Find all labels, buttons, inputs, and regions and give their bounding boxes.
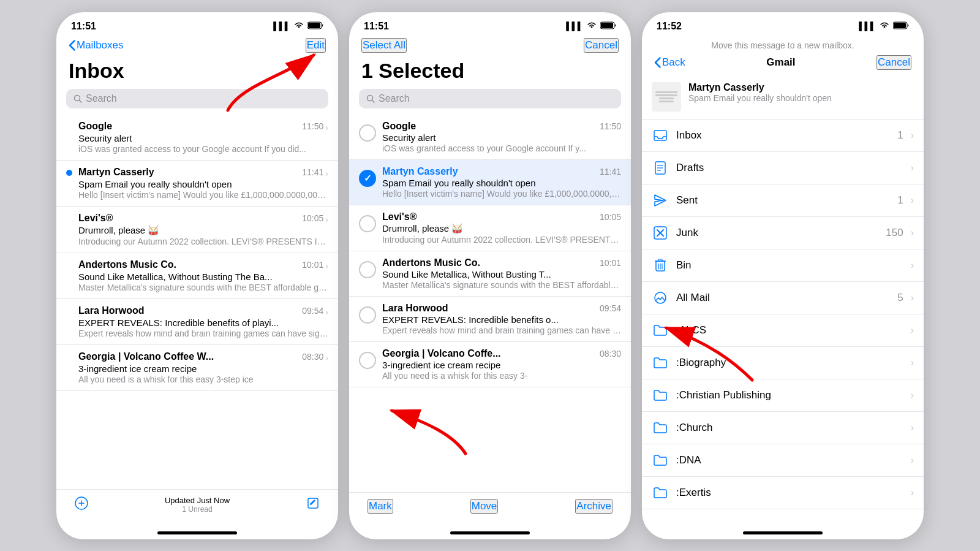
email-content-p2-1: Martyn Casserly 11:41 Spam Email you rea… [382,166,621,199]
preview-card-content: Martyn Casserly Spam Email you really sh… [688,82,832,103]
mailbox-church[interactable]: :Church › [642,412,924,444]
email-content-4: Lara Horwood 09:54 › EXPERT REVEALS: Inc… [78,305,328,338]
email-sender-p2-4: Lara Horwood [382,303,448,314]
mailbox-chevron-biography: › [911,357,914,368]
mailbox-bin[interactable]: Bin › [642,249,924,282]
email-item-p2-5[interactable]: Georgia | Volcano Coffe... 08:30 3-ingre… [349,342,631,387]
unread-dot-1 [66,170,72,176]
top-message: Move this message to a new mailbox. [642,36,924,53]
mailbox-name-church: :Church [676,422,896,434]
search-bar-2[interactable]: Search [359,89,621,108]
status-icons-1: ▌▌▌ [273,21,323,31]
thumb-line-4 [659,101,674,102]
email-thumbnail [652,82,681,112]
select-circle-2[interactable] [359,215,376,232]
email-item-p2-2[interactable]: Levi's® 10:05 Drumroll, please 🥁 Introdu… [349,205,631,251]
mailbox-name-sent: Sent [676,194,890,207]
email-sender-p2-5: Georgia | Volcano Coffe... [382,348,501,359]
email-content-2: Levi's® 10:05 › Drumroll, please 🥁 Intro… [78,213,328,246]
email-preview-p2-4: Expert reveals how mind and brain traini… [382,325,621,335]
email-subject-2: Drumroll, please 🥁 [78,225,328,236]
wifi-icon-3 [880,21,889,31]
phone2-wrapper: 11:51 ▌▌▌ Select All Cancel 1 Selected S… [349,12,631,539]
wifi-icon-2 [587,21,597,31]
mailbox-dna[interactable]: :DNA › [642,444,924,477]
mailbox-drafts[interactable]: Drafts › [642,152,924,184]
email-subject-p2-5: 3-ingredient ice cream recipe [382,360,621,370]
select-circle-0[interactable] [359,124,376,142]
mailbox-count-junk: 150 [886,227,903,239]
email-item-5[interactable]: Georgia | Volcano Coffee W... 08:30 › 3-… [56,345,338,391]
folder-icon-biography [652,354,669,371]
move-button[interactable]: Move [470,499,499,514]
mailbox-alcs[interactable]: :ALCS › [642,314,924,347]
email-preview-4: Expert reveals how mind and brain traini… [78,329,328,338]
email-subject-p2-2: Drumroll, please 🥁 [382,223,621,234]
wifi-icon-1 [294,21,304,31]
email-content-p2-2: Levi's® 10:05 Drumroll, please 🥁 Introdu… [382,211,621,245]
search-bar-1[interactable]: Search [66,89,328,108]
email-item-0[interactable]: Google 11:50 › Security alert iOS was gr… [56,115,338,161]
mailbox-chevron-sent: › [911,195,914,206]
email-content-1: Martyn Casserly 11:41 › Spam Email you r… [78,167,328,200]
mailbox-sent[interactable]: Sent 1 › [642,184,924,217]
svg-line-12 [372,100,375,102]
mailbox-christian[interactable]: :Christian Publishing › [642,379,924,412]
email-item-p2-0[interactable]: Google 11:50 Security alert iOS was gran… [349,115,631,160]
edit-button[interactable]: Edit [306,38,326,53]
mailbox-chevron-bin: › [911,260,914,271]
email-item-3[interactable]: Andertons Music Co. 10:01 › Sound Like M… [56,253,338,299]
email-content-p2-0: Google 11:50 Security alert iOS was gran… [382,121,621,153]
email-item-1[interactable]: Martyn Casserly 11:41 › Spam Email you r… [56,161,338,207]
cancel-button-2[interactable]: Cancel [584,38,619,53]
mailbox-exertis[interactable]: :Exertis › [642,477,924,509]
email-item-p2-1[interactable]: Martyn Casserly 11:41 Spam Email you rea… [349,160,631,205]
email-preview-0: iOS was granted access to your Google ac… [78,144,328,154]
email-time-p2-1: 11:41 [600,167,621,177]
mailbox-name-biography: :Biography [676,357,896,369]
email-item-2[interactable]: Levi's® 10:05 › Drumroll, please 🥁 Intro… [56,207,338,253]
back-mailboxes-button[interactable]: Mailboxes [69,39,124,51]
mailbox-inbox[interactable]: Inbox 1 › [642,120,924,152]
email-item-p2-4[interactable]: Lara Horwood 09:54 EXPERT REVEALS: Incre… [349,297,631,342]
junk-icon [652,224,669,241]
cancel-button-3[interactable]: Cancel [876,55,911,70]
compose-icon[interactable] [75,496,88,512]
thumb-line-2 [655,94,677,96]
select-all-button[interactable]: Select All [361,38,407,53]
mailbox-name-dna: :DNA [676,454,896,466]
unread-count-label: 1 Unread [165,505,230,514]
back-button-3[interactable]: Back [654,56,685,69]
email-item-p2-3[interactable]: Andertons Music Co. 10:01 Sound Like Met… [349,251,631,297]
phone3-wrapper: 11:52 ▌▌▌ Move this message to a new mai… [642,12,924,539]
mailbox-chevron-exertis: › [911,487,914,498]
mailbox-list: Inbox 1 › Drafts › Sent 1 › [642,120,924,522]
mailbox-junk[interactable]: Junk 150 › [642,217,924,249]
select-circle-1[interactable] [359,170,376,187]
back-label-3: Back [662,56,685,69]
select-circle-3[interactable] [359,261,376,278]
mailbox-biography[interactable]: :Biography › [642,347,924,379]
email-subject-5: 3-ingredient ice cream recipe [78,363,328,374]
mailbox-count-sent: 1 [897,194,903,207]
search-icon-2 [366,94,375,103]
email-sender-p2-0: Google [382,121,416,132]
edit-compose-icon[interactable] [306,496,320,512]
email-sender-5: Georgia | Volcano Coffee W... [78,351,214,362]
status-icons-3: ▌▌▌ [859,21,909,31]
email-sender-p2-3: Andertons Music Co. [382,257,480,268]
email-list-1: Google 11:50 › Security alert iOS was gr… [56,115,338,489]
archive-button[interactable]: Archive [575,499,612,514]
mailbox-allmail[interactable]: All Mail 5 › [642,282,924,314]
inbox-title: Inbox [56,58,338,89]
select-circle-4[interactable] [359,306,376,324]
mark-button[interactable]: Mark [368,499,393,514]
select-circle-5[interactable] [359,352,376,369]
nav-bar-3: Back Gmail Cancel [642,53,924,75]
email-item-4[interactable]: Lara Horwood 09:54 › EXPERT REVEALS: Inc… [56,299,338,345]
email-sender-1: Martyn Casserly [78,167,154,178]
gmail-title: Gmail [766,56,795,69]
email-preview-p2-2: Introducing our Autumn 2022 collection. … [382,235,621,245]
email-preview-1: Hello [Insert victim's name] Would you l… [78,190,328,200]
email-content-p2-4: Lara Horwood 09:54 EXPERT REVEALS: Incre… [382,303,621,335]
